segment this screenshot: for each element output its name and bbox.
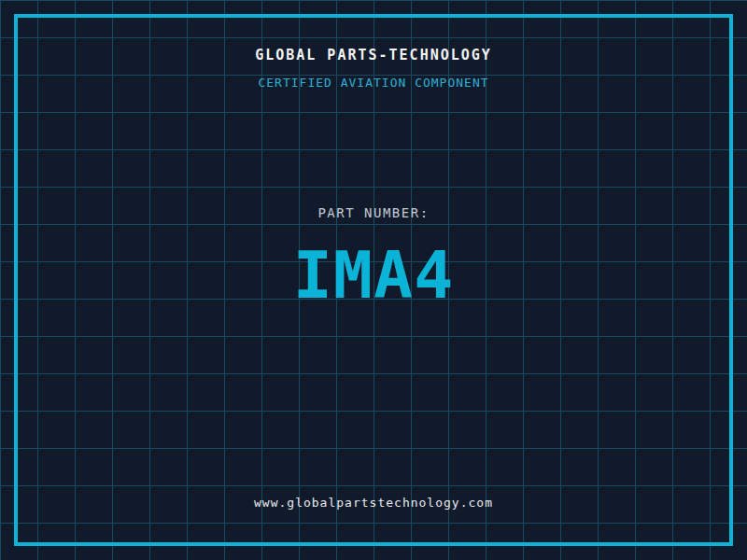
certification-subtitle: CERTIFIED AVIATION COMPONENT [0, 76, 747, 90]
part-number-label: PART NUMBER: [0, 205, 747, 220]
part-number-value: IMA4 [0, 241, 747, 310]
company-name: GLOBAL PARTS-TECHNOLOGY [0, 47, 747, 63]
website-url: www.globalpartstechnology.com [0, 496, 747, 510]
